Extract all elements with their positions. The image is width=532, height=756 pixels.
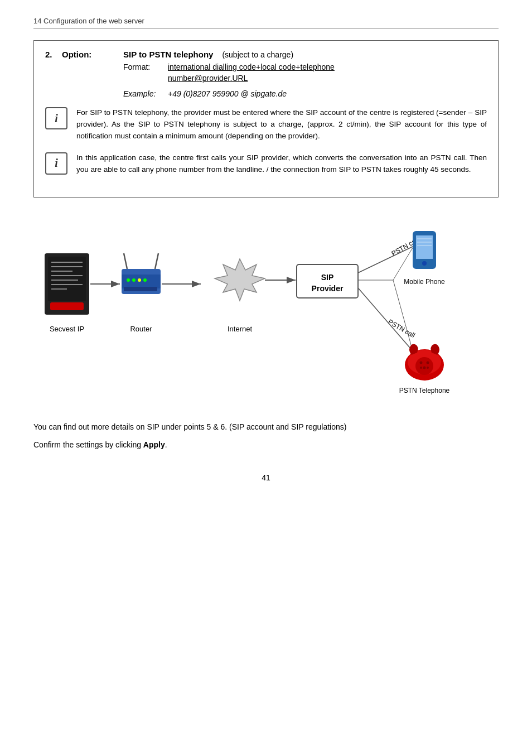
secvest-button: [50, 302, 84, 310]
svg-point-12: [143, 278, 147, 282]
option-title-row: 2. Option: SIP to PSTN telephony (subjec…: [45, 50, 487, 59]
example-value: +49 (0)8207 959900 @ sipgate.de: [168, 89, 287, 98]
svg-point-22: [423, 366, 426, 369]
format-row-2: number@provider.URL: [123, 74, 487, 83]
internet-label: Internet: [228, 325, 252, 333]
diagram-svg: Secvest IP Router Internet SIP Provider …: [33, 214, 499, 404]
pstn-label: PSTN Telephone: [399, 387, 450, 394]
bottom-text: You can find out more details on SIP und…: [33, 421, 499, 451]
format-row-1: Format: international dialling code+loca…: [123, 62, 487, 71]
option-title: SIP to PSTN telephony: [123, 50, 213, 59]
info-icon-1: i: [45, 107, 67, 129]
mobile-button: [422, 261, 427, 266]
mobile-label: Mobile Phone: [404, 278, 445, 286]
option-subtitle: (subject to a charge): [222, 50, 293, 59]
page-number: 41: [33, 473, 499, 482]
svg-point-23: [420, 367, 422, 369]
svg-point-19: [415, 357, 433, 375]
format-label: Format:: [123, 62, 168, 71]
svg-point-9: [127, 278, 130, 282]
pstn-call-2-label: PSTN call: [387, 317, 417, 339]
example-row: Example: +49 (0)8207 959900 @ sipgate.de: [123, 89, 487, 98]
svg-point-11: [138, 278, 141, 282]
info-text-2: In this application case, the centre fir…: [76, 152, 487, 176]
header-text: 14 Configuration of the web server: [33, 17, 144, 25]
sip-label2: Provider: [312, 284, 344, 293]
svg-rect-13: [124, 287, 157, 291]
secvest-screen: [48, 257, 86, 301]
svg-line-8: [155, 253, 158, 269]
info-block-1: i For SIP to PSTN telephony, the provide…: [45, 107, 487, 142]
sip-label: SIP: [321, 273, 334, 282]
format-label-empty: [123, 74, 168, 83]
internet-burst: [215, 259, 265, 301]
svg-point-10: [132, 278, 136, 282]
info-text-1: For SIP to PSTN telephony, the provider …: [76, 107, 487, 142]
option-box: 2. Option: SIP to PSTN telephony (subjec…: [33, 40, 499, 198]
option-number: 2.: [45, 50, 62, 59]
secvest-label: Secvest IP: [50, 325, 84, 333]
bottom-para-1: You can find out more details on SIP und…: [33, 421, 499, 433]
info-icon-2: i: [45, 152, 67, 175]
format-line2: number@provider.URL: [168, 74, 248, 83]
apply-label: Apply: [143, 440, 165, 449]
line-sip-pstn: [358, 288, 413, 351]
svg-point-24: [427, 367, 429, 369]
format-line1: international dialling code+local code+t…: [168, 62, 335, 71]
svg-point-20: [420, 361, 423, 364]
svg-point-21: [427, 361, 429, 364]
svg-line-7: [124, 253, 127, 269]
example-label: Example:: [123, 89, 168, 98]
bottom-para-2: Confirm the settings by clicking Apply.: [33, 439, 499, 451]
router-label: Router: [130, 325, 152, 333]
page-header: 14 Configuration of the web server: [33, 17, 499, 29]
option-label: Option:: [62, 50, 123, 59]
bottom-text2: Confirm the settings by clicking: [33, 440, 143, 449]
info-block-2: i In this application case, the centre f…: [45, 152, 487, 176]
line-sip-mobile: [358, 247, 413, 273]
diagram-area: Secvest IP Router Internet SIP Provider …: [33, 214, 499, 404]
